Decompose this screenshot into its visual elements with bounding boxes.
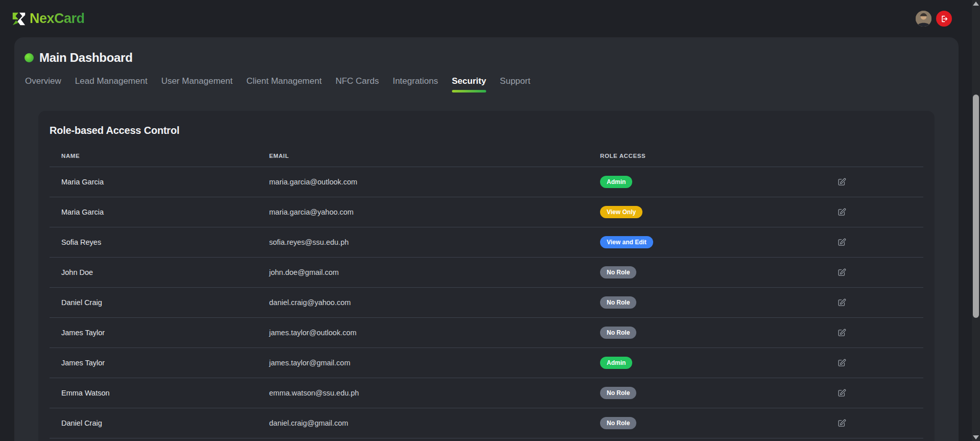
edit-role-button[interactable] — [838, 238, 846, 247]
edit-role-button[interactable] — [838, 359, 846, 367]
tab-label: Overview — [25, 76, 61, 86]
table-row: Maria Garcia maria.garcia@yahoo.com View… — [50, 197, 923, 227]
edit-pencil-icon — [838, 238, 846, 247]
column-header-name: Name — [50, 153, 269, 159]
tab[interactable]: Support — [500, 76, 531, 92]
edit-role-button[interactable] — [838, 329, 846, 337]
logout-icon — [940, 15, 948, 23]
user-name: Sofia Reyes — [50, 238, 269, 246]
user-email: sofia.reyes@ssu.edu.ph — [269, 238, 600, 246]
status-dot-icon — [25, 53, 34, 62]
edit-role-button[interactable] — [838, 268, 846, 277]
user-avatar-image — [916, 11, 931, 27]
user-name: James Taylor — [50, 359, 269, 367]
role-cell: No Role — [600, 266, 838, 278]
user-email: maria.garcia@outlook.com — [269, 178, 600, 186]
table-header-row: Name Email Role Access — [50, 145, 923, 167]
table-row: James Taylor james.taylor@outlook.com No… — [50, 318, 923, 348]
main-panel: Main Dashboard Overview Lead Management … — [14, 37, 959, 441]
tab[interactable]: Lead Management — [75, 76, 148, 92]
tab[interactable]: Security — [452, 76, 486, 92]
edit-role-button[interactable] — [838, 389, 846, 398]
table-body: Maria Garcia maria.garcia@outlook.com Ad… — [50, 167, 923, 438]
edit-pencil-icon — [838, 419, 846, 428]
column-header-role: Role Access — [600, 153, 838, 159]
role-cell: No Role — [600, 296, 838, 309]
role-badge: Admin — [600, 176, 632, 188]
edit-pencil-icon — [838, 329, 846, 337]
user-name: Emma Watson — [50, 389, 269, 397]
top-header: NexCard — [0, 0, 972, 37]
actions-cell — [838, 419, 923, 428]
page-title: Main Dashboard — [39, 51, 133, 65]
scroll-down-arrow[interactable] — [973, 435, 979, 439]
roles-table: Name Email Role Access Maria Garcia mari… — [50, 145, 923, 438]
rbac-card: Role-based Access Control Name Email Rol… — [38, 111, 935, 441]
edit-pencil-icon — [838, 208, 846, 217]
role-badge: No Role — [600, 327, 636, 339]
edit-pencil-icon — [838, 359, 846, 367]
tab-label: Security — [452, 76, 486, 86]
role-cell: View Only — [600, 206, 838, 218]
table-row: James Taylor james.taylor@gmail.com Admi… — [50, 348, 923, 378]
edit-pencil-icon — [838, 268, 846, 277]
edit-pencil-icon — [838, 389, 846, 398]
table-row: Sofia Reyes sofia.reyes@ssu.edu.ph View … — [50, 227, 923, 258]
tab-label: User Management — [161, 76, 233, 86]
tab[interactable]: Overview — [25, 76, 61, 92]
brand-logo[interactable]: NexCard — [11, 11, 85, 27]
user-email: maria.garcia@yahoo.com — [269, 208, 600, 216]
edit-role-button[interactable] — [838, 208, 846, 217]
scrollbar-thumb[interactable] — [973, 95, 979, 318]
role-cell: View and Edit — [600, 236, 838, 248]
actions-cell — [838, 389, 923, 398]
role-cell: Admin — [600, 357, 838, 369]
edit-pencil-icon — [838, 298, 846, 307]
user-avatar[interactable] — [916, 11, 931, 27]
tab[interactable]: Integrations — [393, 76, 438, 92]
user-email: daniel.craig@yahoo.com — [269, 298, 600, 307]
user-email: emma.watson@ssu.edu.ph — [269, 389, 600, 397]
actions-cell — [838, 329, 923, 337]
role-cell: No Role — [600, 327, 838, 339]
logout-button[interactable] — [936, 11, 952, 27]
tab[interactable]: Client Management — [246, 76, 321, 92]
tab-label: Support — [500, 76, 531, 86]
table-row: Daniel Craig daniel.craig@gmail.com No R… — [50, 408, 923, 438]
brand-logo-icon — [11, 11, 27, 27]
user-name: John Doe — [50, 268, 269, 276]
vertical-scrollbar[interactable] — [972, 0, 980, 441]
user-name: Maria Garcia — [50, 178, 269, 186]
tab-bar: Overview Lead Management User Management… — [25, 76, 959, 92]
table-row: John Doe john.doe@gmail.com No Role — [50, 258, 923, 288]
edit-role-button[interactable] — [838, 419, 846, 428]
edit-pencil-icon — [838, 178, 846, 187]
actions-cell — [838, 268, 923, 277]
tab[interactable]: NFC Cards — [336, 76, 379, 92]
tab-label: Lead Management — [75, 76, 148, 86]
actions-cell — [838, 178, 923, 187]
user-email: daniel.craig@gmail.com — [269, 419, 600, 427]
header-actions — [916, 11, 952, 27]
role-badge: No Role — [600, 296, 636, 309]
actions-cell — [838, 238, 923, 247]
tab[interactable]: User Management — [161, 76, 233, 92]
user-name: Maria Garcia — [50, 208, 269, 216]
user-email: james.taylor@gmail.com — [269, 359, 600, 367]
actions-cell — [838, 298, 923, 307]
page-head: Main Dashboard — [25, 51, 959, 65]
table-row: Daniel Craig daniel.craig@yahoo.com No R… — [50, 288, 923, 318]
user-email: john.doe@gmail.com — [269, 268, 600, 276]
table-row: Maria Garcia maria.garcia@outlook.com Ad… — [50, 167, 923, 197]
actions-cell — [838, 208, 923, 217]
role-cell: No Role — [600, 387, 838, 399]
edit-role-button[interactable] — [838, 298, 846, 307]
role-badge: No Role — [600, 266, 636, 278]
role-badge: No Role — [600, 417, 636, 429]
edit-role-button[interactable] — [838, 178, 846, 187]
tab-label: NFC Cards — [336, 76, 379, 86]
scroll-up-arrow[interactable] — [973, 2, 979, 6]
role-cell: No Role — [600, 417, 838, 429]
role-cell: Admin — [600, 176, 838, 188]
actions-cell — [838, 359, 923, 367]
